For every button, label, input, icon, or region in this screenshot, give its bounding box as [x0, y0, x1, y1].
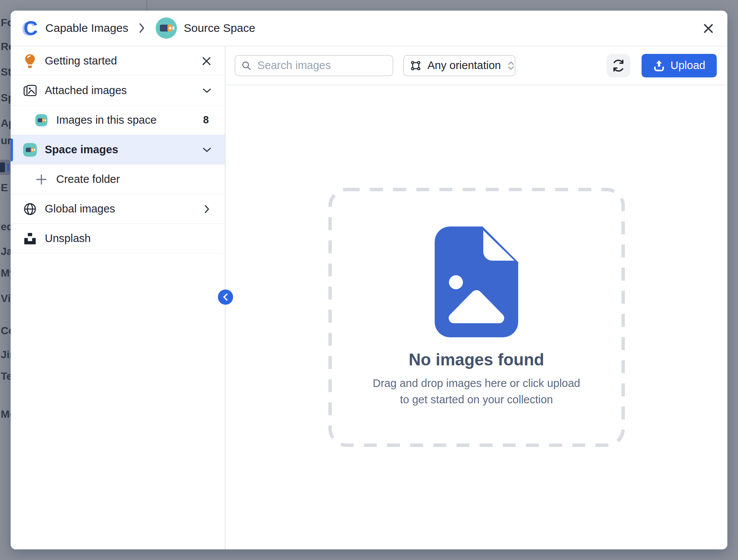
orientation-selected-value: Any orientation [427, 59, 501, 72]
breadcrumb-app-name[interactable]: Capable Images [46, 22, 128, 35]
plus-icon [34, 174, 49, 185]
sidebar-item-label: Attached images [45, 84, 127, 97]
dashed-border [328, 188, 625, 447]
collapse-sidebar-button[interactable] [218, 289, 233, 305]
crop-frame-icon [410, 60, 421, 71]
orientation-filter-select[interactable]: Any orientation [403, 55, 516, 76]
sidebar-item-getting-started[interactable]: Getting started [11, 46, 225, 76]
globe-icon [23, 202, 37, 216]
sidebar-item-label: Create folder [56, 173, 120, 186]
underlying-layout-edge [146, 0, 147, 11]
breadcrumb-chevron-icon [138, 23, 146, 33]
space-avatar [156, 17, 177, 39]
underlying-nav-label: I [6, 162, 10, 173]
sidebar-item-global-images[interactable]: Global images [11, 194, 225, 224]
chevron-down-icon [202, 145, 212, 155]
image-count-badge: 8 [203, 114, 212, 126]
sidebar: Getting started Attached images [11, 46, 226, 549]
sidebar-item-label: Unsplash [45, 232, 91, 245]
getting-started-dismiss-button[interactable] [201, 56, 212, 66]
underlying-selected-nav-item: I [0, 160, 10, 175]
upload-icon [653, 60, 665, 72]
sidebar-item-unsplash[interactable]: Unsplash [11, 224, 225, 253]
breadcrumb-space-name[interactable]: Source Space [184, 22, 255, 35]
toolbar: Any orientation [226, 46, 727, 85]
sidebar-item-attached-images[interactable]: Attached images [11, 76, 225, 105]
sidebar-item-label: Space images [45, 143, 118, 156]
image-manager-dialog: C Capable Images Source Space [11, 11, 727, 549]
image-grid-area: No images found Drag and drop images her… [226, 85, 727, 549]
chevron-left-icon [221, 293, 230, 302]
space-avatar [23, 143, 37, 157]
select-updown-icon [507, 61, 515, 71]
selected-indicator [11, 138, 13, 161]
main-panel: Any orientation [226, 46, 727, 549]
close-icon [201, 56, 212, 66]
upload-button[interactable]: Upload [642, 54, 717, 77]
sidebar-item-label: Getting started [45, 55, 117, 67]
refresh-button[interactable] [607, 54, 630, 77]
sidebar-item-label: Images in this space [56, 114, 156, 126]
upload-button-label: Upload [670, 59, 705, 72]
space-avatar [34, 114, 49, 126]
upload-dropzone[interactable]: No images found Drag and drop images her… [328, 188, 625, 447]
underlying-nav-icon [0, 162, 5, 172]
sidebar-item-images-in-this-space[interactable]: Images in this space 8 [11, 105, 225, 135]
capable-images-logo-icon: C [24, 18, 38, 38]
close-icon [702, 22, 714, 35]
search-input[interactable] [235, 55, 393, 76]
chevron-down-icon [202, 86, 212, 96]
sidebar-item-label: Global images [45, 203, 115, 215]
unsplash-icon [23, 233, 37, 244]
background-text-fragment: E [1, 181, 8, 194]
search-field-wrap [235, 55, 393, 76]
dialog-close-button[interactable] [702, 22, 714, 35]
search-icon [241, 61, 251, 72]
background-text-fragment: Vi [1, 292, 11, 305]
attached-images-icon [23, 84, 37, 97]
background-text-fragment: ur [1, 134, 11, 147]
sidebar-item-space-images[interactable]: Space images [11, 135, 225, 165]
chevron-right-icon [202, 204, 212, 214]
dialog-header: C Capable Images Source Space [11, 11, 727, 46]
lightbulb-icon [23, 54, 37, 68]
refresh-icon [612, 59, 625, 72]
sidebar-item-create-folder[interactable]: Create folder [11, 165, 225, 194]
